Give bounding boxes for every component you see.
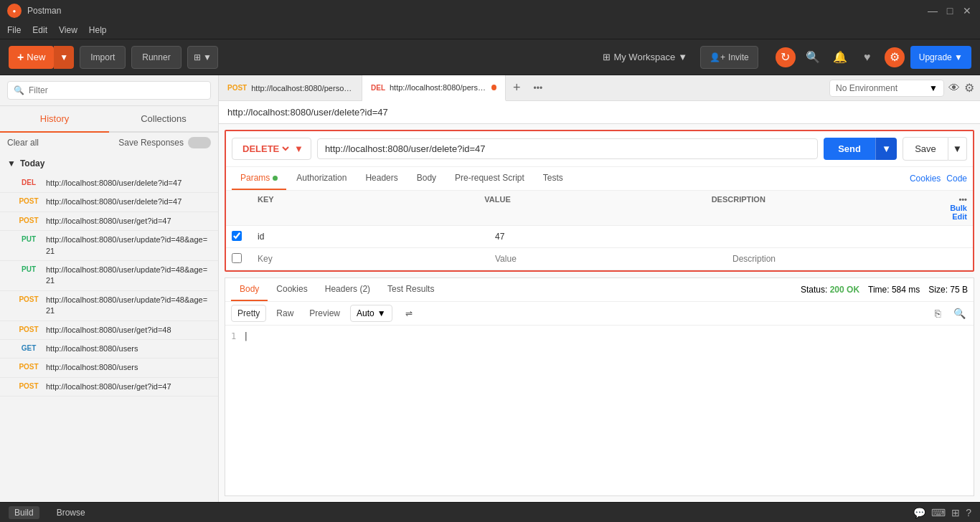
method-badge-post: POST (16, 325, 42, 334)
auto-chevron-icon: ▼ (377, 308, 386, 318)
param-key-input-new[interactable] (255, 251, 492, 267)
settings-icon[interactable]: ⚙ (885, 47, 905, 67)
format-pretty-button[interactable]: Pretty (231, 305, 266, 322)
import-button[interactable]: Import (80, 46, 126, 69)
list-item[interactable]: PUT http://localhost:8080/user/update?id… (0, 231, 218, 261)
workspace-button[interactable]: ⊞ My Workspace ▼ (595, 47, 694, 67)
sidebar-actions: Clear all Save Responses (0, 133, 218, 153)
tab-history[interactable]: History (0, 106, 109, 133)
more-col-header: ••• Bulk Edit (938, 195, 967, 221)
close-icon[interactable]: ✕ (961, 5, 973, 16)
env-manage-icon[interactable]: ⚙ (964, 81, 974, 95)
menu-help[interactable]: Help (89, 25, 107, 35)
save-responses-label: Save Responses (118, 138, 184, 148)
statusbar-browse-button[interactable]: Browse (51, 506, 91, 519)
postman-logo-icon: ● (7, 4, 22, 18)
send-button[interactable]: Send (824, 138, 875, 160)
history-url: http://localhost:8080/user/get?id=47 (46, 381, 171, 392)
toolbar-icons: ↻ 🔍 🔔 ♥ ⚙ (776, 47, 905, 67)
req-tab-params[interactable]: Params (232, 167, 286, 190)
auto-format-selector[interactable]: Auto ▼ (350, 305, 392, 322)
statusbar-help-icon[interactable]: ? (966, 507, 971, 518)
param-row-new-checkbox[interactable] (232, 253, 242, 263)
req-tab-authorization[interactable]: Authorization (288, 167, 355, 190)
more-tabs-button[interactable]: ••• (528, 83, 549, 93)
list-item[interactable]: POST http://localhost:8080/user/get?id=4… (0, 321, 218, 340)
resp-tab-test-results[interactable]: Test Results (379, 278, 443, 301)
req-tab-pre-request-script[interactable]: Pre-request Script (446, 167, 533, 190)
menu-file[interactable]: File (7, 25, 21, 35)
resp-tab-headers[interactable]: Headers (2) (316, 278, 379, 301)
method-selector[interactable]: DELETE GET POST PUT PATCH ▼ (232, 138, 311, 160)
req-tab-headers[interactable]: Headers (357, 167, 406, 190)
notification-icon[interactable]: 🔔 (830, 47, 850, 67)
resp-tab-body[interactable]: Body (231, 278, 268, 301)
param-value-input[interactable] (492, 229, 730, 245)
req-tab-body[interactable]: Body (408, 167, 445, 190)
search-icon[interactable]: 🔍 (803, 47, 823, 67)
send-dropdown-button[interactable]: ▼ (875, 138, 897, 160)
filter-input[interactable] (29, 85, 204, 95)
list-item[interactable]: POST http://localhost:8080/user/get?id=4… (0, 212, 218, 231)
maximize-icon[interactable]: □ (944, 5, 956, 16)
statusbar-keyboard-icon[interactable]: ⌨ (931, 507, 946, 518)
method-badge-post: POST (16, 216, 42, 225)
copy-response-icon[interactable]: ⎘ (929, 305, 946, 322)
list-item[interactable]: POST http://localhost:8080/user/get?id=4… (0, 378, 218, 397)
request-area: POST http://localhost:8080/person/se DEL… (219, 75, 980, 502)
invite-button[interactable]: 👤+ Invite (700, 46, 758, 69)
sync-icon[interactable]: ↻ (776, 47, 796, 67)
save-dropdown-button[interactable]: ▼ (948, 137, 967, 161)
api-explorer-button[interactable]: ⊞ ▼ (187, 46, 218, 69)
url-input[interactable] (317, 138, 818, 159)
clear-all-button[interactable]: Clear all (7, 138, 39, 148)
list-item[interactable]: POST http://localhost:8080/user/delete?i… (0, 193, 218, 212)
menu-view[interactable]: View (59, 25, 77, 35)
param-key-input[interactable] (255, 229, 492, 245)
param-value-input-new[interactable] (492, 251, 730, 267)
heart-icon[interactable]: ♥ (857, 47, 877, 67)
param-row-checkbox[interactable] (232, 231, 242, 241)
bulk-edit-button[interactable]: Bulk Edit (950, 204, 967, 221)
history-group-today[interactable]: ▼ Today (0, 153, 218, 174)
env-settings-icon[interactable]: 👁 (948, 82, 960, 95)
method-select[interactable]: DELETE GET POST PUT PATCH (240, 143, 291, 155)
param-description-input[interactable] (730, 229, 967, 245)
tab-del-person[interactable]: DEL http://localhost:8080/person/sav (362, 75, 506, 101)
tab-post-person[interactable]: POST http://localhost:8080/person/se (219, 75, 362, 101)
new-button[interactable]: + New (9, 46, 54, 69)
list-item[interactable]: POST http://localhost:8080/users (0, 359, 218, 377)
list-item[interactable]: DEL http://localhost:8080/user/delete?id… (0, 174, 218, 193)
toolbar: + New ▼ Import Runner ⊞ ▼ ⊞ My Workspace… (0, 39, 980, 75)
list-item[interactable]: GET http://localhost:8080/users (0, 340, 218, 359)
req-tab-tests[interactable]: Tests (534, 167, 572, 190)
format-raw-button[interactable]: Raw (270, 305, 299, 321)
wrap-response-button[interactable]: ⇌ (400, 305, 418, 321)
param-description-input-new[interactable] (730, 251, 967, 267)
add-tab-button[interactable]: + (506, 80, 528, 95)
environment-selector[interactable]: No Environment ▼ (829, 80, 944, 97)
save-responses-switch[interactable] (188, 137, 211, 148)
history-url: http://localhost:8080/user/delete?id=47 (46, 178, 182, 189)
list-item[interactable]: POST http://localhost:8080/user/update?i… (0, 291, 218, 321)
cookies-link[interactable]: Cookies (910, 174, 941, 184)
list-item[interactable]: PUT http://localhost:8080/user/update?id… (0, 261, 218, 291)
code-link[interactable]: Code (946, 174, 967, 184)
minimize-icon[interactable]: — (927, 5, 938, 16)
menu-edit[interactable]: Edit (32, 25, 47, 35)
statusbar-chat-icon[interactable]: 💬 (913, 507, 925, 518)
params-table-header: KEY VALUE DESCRIPTION ••• Bulk Edit (226, 191, 973, 226)
tab-collections[interactable]: Collections (109, 106, 218, 131)
col-more-icon[interactable]: ••• (958, 195, 967, 204)
runner-button[interactable]: Runner (131, 46, 181, 69)
main-layout: 🔍 History Collections Clear all Save Res… (0, 75, 980, 502)
new-button-arrow[interactable]: ▼ (54, 46, 74, 69)
save-button[interactable]: Save (903, 137, 948, 161)
method-badge-get: GET (16, 343, 42, 353)
statusbar-build-button[interactable]: Build (9, 506, 39, 519)
resp-tab-cookies[interactable]: Cookies (268, 278, 316, 301)
search-response-icon[interactable]: 🔍 (951, 305, 968, 322)
upgrade-button[interactable]: Upgrade ▼ (910, 46, 971, 69)
format-preview-button[interactable]: Preview (303, 305, 346, 321)
statusbar-layout-icon[interactable]: ⊞ (951, 507, 960, 518)
